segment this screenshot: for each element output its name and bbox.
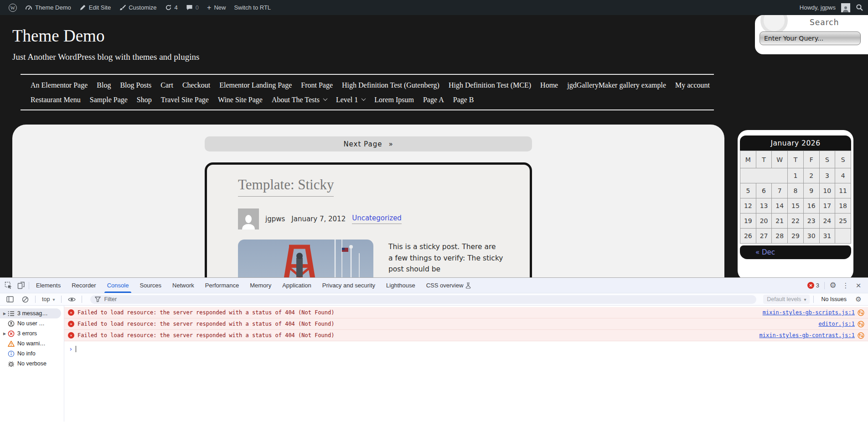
nav-link[interactable]: Page B bbox=[453, 96, 474, 104]
tab-network[interactable]: Network bbox=[167, 278, 200, 293]
nav-link[interactable]: Sample Page bbox=[90, 96, 128, 104]
post-excerpt-line: a few things to verify: The sticky bbox=[388, 253, 507, 264]
live-expression-eye-icon[interactable] bbox=[65, 293, 78, 305]
divider bbox=[813, 296, 814, 303]
console-sidebar: ▶3 messag…No user …▶3 errorsNo warni…No … bbox=[0, 306, 64, 422]
avatar[interactable] bbox=[841, 3, 850, 12]
nav-link[interactable]: Elementor Landing Page bbox=[219, 81, 292, 89]
calendar-day-cell: 22 bbox=[788, 214, 804, 229]
person-icon bbox=[842, 5, 849, 12]
clear-console-icon[interactable] bbox=[19, 293, 31, 305]
errors-icon bbox=[7, 330, 15, 337]
issues-button[interactable]: No Issues bbox=[817, 296, 850, 302]
nav-link[interactable]: Cart bbox=[160, 81, 173, 89]
initiator-icon[interactable] bbox=[858, 332, 864, 339]
nav-link[interactable]: Lorem Ipsum bbox=[374, 96, 414, 104]
next-page-button[interactable]: Next Page » bbox=[205, 136, 532, 151]
admin-bar-new[interactable]: + New bbox=[203, 0, 230, 15]
console-sidebar-item[interactable]: No warni… bbox=[0, 339, 64, 349]
tab-elements[interactable]: Elements bbox=[31, 278, 66, 293]
verbose-icon bbox=[7, 360, 15, 367]
admin-bar-howdy[interactable]: Howdy, jgpws bbox=[800, 4, 836, 11]
calendar-day-cell: 2 bbox=[803, 168, 819, 183]
post-title[interactable]: Template: Sticky bbox=[238, 177, 334, 197]
nav-link[interactable]: Blog Posts bbox=[120, 81, 151, 89]
nav-link[interactable]: Restaurant Menu bbox=[31, 96, 81, 104]
nav-link[interactable]: Level 1 bbox=[336, 96, 365, 104]
calendar-day-cell: 20 bbox=[756, 214, 772, 229]
chevron-down-icon bbox=[362, 96, 366, 101]
log-levels-dropdown[interactable]: Default levels ▾ bbox=[763, 295, 810, 304]
console-prompt[interactable]: › bbox=[64, 343, 868, 355]
nav-link[interactable]: Front Page bbox=[301, 81, 333, 89]
admin-bar-edit-site[interactable]: Edit Site bbox=[75, 0, 115, 15]
context-label: top bbox=[42, 296, 50, 302]
error-message-text: Failed to load resource: the server resp… bbox=[78, 309, 335, 316]
nav-link[interactable]: About The Tests bbox=[272, 96, 327, 104]
post-author[interactable]: jgpws bbox=[265, 215, 285, 223]
search-icon[interactable] bbox=[856, 4, 863, 11]
tab-memory[interactable]: Memory bbox=[244, 278, 277, 293]
context-selector[interactable]: top ▾ bbox=[39, 296, 57, 302]
tab-sources[interactable]: Sources bbox=[134, 278, 167, 293]
error-source-link[interactable]: mixin-styles-gb-contrast.js:1 bbox=[759, 332, 855, 339]
nav-link[interactable]: High Definition Test (MCE) bbox=[449, 81, 531, 89]
error-source-link[interactable]: editor.js:1 bbox=[819, 321, 855, 327]
tab-privacy-and-security[interactable]: Privacy and security bbox=[317, 278, 381, 293]
error-source-link[interactable]: mixin-styles-gb-scripts.js:1 bbox=[763, 309, 855, 316]
admin-bar-site-name[interactable]: Theme Demo bbox=[21, 0, 75, 15]
tab-performance[interactable]: Performance bbox=[200, 278, 244, 293]
nav-link[interactable]: Checkout bbox=[182, 81, 210, 89]
admin-bar-updates[interactable]: 4 bbox=[161, 0, 182, 15]
admin-bar-comments[interactable]: 0 bbox=[182, 0, 203, 15]
admin-bar-customize[interactable]: Customize bbox=[115, 0, 160, 15]
close-devtools-icon[interactable]: × bbox=[852, 280, 864, 292]
console-sidebar-toggle-icon[interactable] bbox=[4, 293, 16, 305]
nav-link[interactable]: An Elementor Page bbox=[31, 81, 88, 89]
inspect-element-icon[interactable] bbox=[2, 280, 15, 292]
calendar-day-cell: 28 bbox=[772, 229, 788, 244]
error-count-badge[interactable]: ✕ 3 bbox=[805, 282, 822, 289]
console-filter-input[interactable]: Filter bbox=[90, 295, 756, 304]
tab-css-overview[interactable]: CSS overview bbox=[421, 278, 477, 293]
wp-logo-menu[interactable]: W bbox=[5, 0, 21, 15]
kebab-menu-icon[interactable]: ⋮ bbox=[840, 280, 852, 292]
console-settings-gear-icon[interactable]: ⚙ bbox=[852, 293, 864, 305]
calendar-day-cell: 19 bbox=[740, 214, 756, 229]
calendar-day-header: F bbox=[803, 151, 819, 168]
nav-link[interactable]: Blog bbox=[97, 81, 111, 89]
calendar-day-cell: 17 bbox=[819, 198, 835, 214]
tab-console[interactable]: Console bbox=[102, 278, 134, 293]
divider bbox=[82, 296, 82, 303]
calendar-prev-month-link[interactable]: « Dec bbox=[755, 248, 775, 256]
expand-triangle-icon[interactable]: ▶ bbox=[2, 332, 7, 336]
post-category-link[interactable]: Uncategorized bbox=[352, 214, 402, 224]
nav-link[interactable]: High Definition Test (Gutenberg) bbox=[342, 81, 439, 89]
nav-link[interactable]: Shop bbox=[137, 96, 152, 104]
settings-gear-icon[interactable]: ⚙ bbox=[827, 280, 839, 292]
tab-lighthouse[interactable]: Lighthouse bbox=[381, 278, 421, 293]
console-sidebar-item[interactable]: No info bbox=[0, 349, 64, 359]
admin-bar-rtl-toggle[interactable]: Switch to RTL bbox=[230, 0, 275, 15]
expand-triangle-icon[interactable]: ▶ bbox=[2, 312, 7, 316]
initiator-icon[interactable] bbox=[858, 309, 864, 316]
tab-application[interactable]: Application bbox=[277, 278, 317, 293]
nav-link[interactable]: jgdGalleryMaker gallery example bbox=[567, 81, 666, 89]
console-sidebar-item[interactable]: ▶3 messag… bbox=[0, 308, 61, 318]
console-sidebar-item[interactable]: No verbose bbox=[0, 359, 64, 369]
nav-link[interactable]: Wine Site Page bbox=[218, 96, 263, 104]
initiator-icon[interactable] bbox=[858, 321, 864, 328]
nav-link[interactable]: Home bbox=[540, 81, 558, 89]
nav-link[interactable]: Travel Site Page bbox=[161, 96, 209, 104]
nav-link[interactable]: Page A bbox=[423, 96, 444, 104]
device-toolbar-icon[interactable] bbox=[15, 280, 27, 292]
console-sidebar-item[interactable]: No user … bbox=[0, 318, 64, 328]
site-title[interactable]: Theme Demo bbox=[12, 26, 868, 46]
tab-recorder[interactable]: Recorder bbox=[66, 278, 101, 293]
nav-link[interactable]: My account bbox=[675, 81, 710, 89]
author-avatar[interactable] bbox=[238, 208, 259, 229]
post-meta: jgpws January 7, 2012 Uncategorized bbox=[238, 208, 512, 229]
search-input[interactable] bbox=[760, 31, 861, 45]
console-sidebar-item[interactable]: ▶3 errors bbox=[0, 328, 64, 339]
chevron-down-icon: ▾ bbox=[52, 297, 55, 302]
